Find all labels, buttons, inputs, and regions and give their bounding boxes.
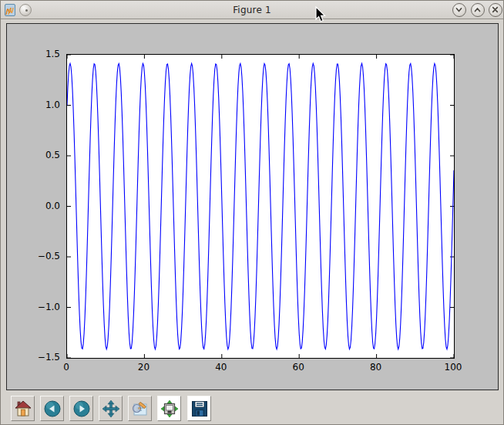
back-arrow-icon bbox=[43, 400, 62, 418]
sine-line-series bbox=[67, 63, 454, 349]
back-button[interactable] bbox=[40, 396, 64, 421]
x-tick-label: 0 bbox=[63, 362, 69, 373]
x-tick-label: 40 bbox=[215, 362, 227, 373]
y-tick-label: 0.5 bbox=[22, 150, 60, 160]
client-area: 020406080100−1.5−1.0−0.50.00.51.01.5 bbox=[1, 19, 503, 424]
maximize-button[interactable] bbox=[471, 3, 485, 17]
close-button[interactable] bbox=[489, 3, 502, 17]
y-tick-label: 0.0 bbox=[22, 201, 60, 211]
configure-subplots-icon bbox=[160, 400, 179, 418]
forward-button[interactable] bbox=[69, 396, 93, 421]
pan-arrows-icon bbox=[102, 400, 120, 418]
y-tick-label: −0.5 bbox=[22, 251, 60, 261]
plot-axes[interactable] bbox=[66, 54, 455, 359]
y-tick-label: 1.5 bbox=[22, 49, 60, 59]
home-button[interactable] bbox=[11, 396, 35, 421]
save-button[interactable] bbox=[187, 396, 211, 421]
y-tick-label: −1.0 bbox=[22, 302, 60, 312]
figure-window: Figure 1 0204060801 bbox=[0, 0, 504, 425]
titlebar[interactable]: Figure 1 bbox=[1, 1, 503, 19]
sine-wave-plot bbox=[67, 55, 454, 358]
zoom-button[interactable] bbox=[128, 396, 152, 421]
minimize-button[interactable] bbox=[452, 3, 466, 17]
x-tick-label: 60 bbox=[293, 362, 304, 373]
y-tick-label: −1.5 bbox=[22, 352, 60, 363]
save-floppy-icon bbox=[190, 400, 209, 418]
forward-arrow-icon bbox=[72, 400, 91, 418]
x-tick-label: 20 bbox=[138, 362, 150, 373]
navigation-toolbar bbox=[1, 395, 503, 425]
x-tick-label: 80 bbox=[370, 362, 381, 373]
figure-canvas[interactable]: 020406080100−1.5−1.0−0.50.00.51.01.5 bbox=[6, 23, 499, 390]
home-icon bbox=[14, 400, 32, 418]
pan-button[interactable] bbox=[99, 396, 123, 421]
x-tick-label: 100 bbox=[445, 362, 462, 373]
subplots-button[interactable] bbox=[157, 396, 181, 421]
window-title: Figure 1 bbox=[1, 1, 503, 19]
zoom-edit-icon bbox=[131, 400, 150, 418]
y-tick-label: 1.0 bbox=[22, 100, 60, 110]
